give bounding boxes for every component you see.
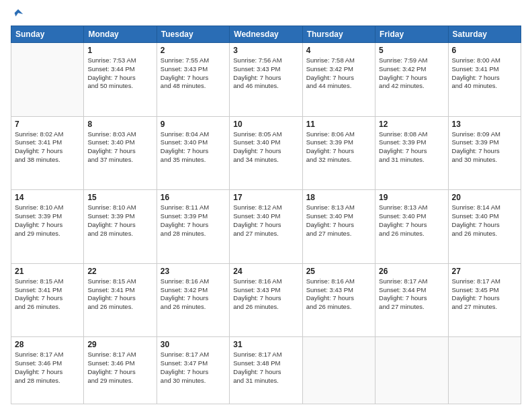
page: SundayMondayTuesdayWednesdayThursdayFrid…	[0, 0, 532, 411]
day-number: 28	[15, 340, 80, 349]
day-number: 23	[161, 267, 226, 276]
cell-content: Sunrise: 8:10 AMSunset: 3:39 PMDaylight:…	[87, 203, 152, 238]
cell-content: Sunrise: 8:06 AMSunset: 3:39 PMDaylight:…	[306, 130, 371, 165]
calendar-cell: 30Sunrise: 8:17 AMSunset: 3:47 PMDayligh…	[157, 337, 229, 404]
cell-content: Sunrise: 8:03 AMSunset: 3:40 PMDaylight:…	[87, 130, 152, 165]
calendar-header-thursday: Thursday	[302, 26, 375, 43]
cell-content: Sunrise: 8:04 AMSunset: 3:40 PMDaylight:…	[161, 130, 226, 165]
day-number: 25	[306, 267, 371, 276]
cell-content: Sunrise: 8:16 AMSunset: 3:43 PMDaylight:…	[233, 277, 298, 312]
day-number: 14	[15, 193, 80, 202]
day-number: 30	[161, 340, 226, 349]
calendar-cell: 20Sunrise: 8:14 AMSunset: 3:40 PMDayligh…	[448, 190, 521, 264]
day-number: 15	[87, 193, 152, 202]
calendar-week-row: 7Sunrise: 8:02 AMSunset: 3:41 PMDaylight…	[11, 116, 521, 190]
day-number: 4	[306, 46, 371, 55]
cell-content: Sunrise: 8:17 AMSunset: 3:46 PMDaylight:…	[15, 351, 80, 385]
calendar-cell: 19Sunrise: 8:13 AMSunset: 3:40 PMDayligh…	[375, 190, 448, 264]
calendar-table: SundayMondayTuesdayWednesdayThursdayFrid…	[11, 26, 521, 404]
day-number: 11	[306, 120, 371, 129]
calendar-header-wednesday: Wednesday	[230, 26, 302, 43]
day-number: 29	[87, 340, 152, 349]
day-number: 9	[161, 120, 226, 129]
day-number: 26	[379, 267, 444, 276]
day-number: 17	[233, 193, 298, 202]
cell-content: Sunrise: 8:08 AMSunset: 3:39 PMDaylight:…	[379, 130, 444, 165]
cell-content: Sunrise: 7:53 AMSunset: 3:44 PMDaylight:…	[87, 56, 152, 91]
cell-content: Sunrise: 7:58 AMSunset: 3:42 PMDaylight:…	[306, 56, 371, 91]
cell-content: Sunrise: 8:13 AMSunset: 3:40 PMDaylight:…	[306, 203, 371, 238]
day-number: 19	[379, 193, 444, 202]
cell-content: Sunrise: 8:17 AMSunset: 3:45 PMDaylight:…	[452, 277, 517, 312]
calendar-cell	[375, 337, 448, 404]
calendar-cell: 29Sunrise: 8:17 AMSunset: 3:46 PMDayligh…	[84, 337, 157, 404]
calendar-cell: 8Sunrise: 8:03 AMSunset: 3:40 PMDaylight…	[84, 116, 157, 190]
calendar-cell: 1Sunrise: 7:53 AMSunset: 3:44 PMDaylight…	[84, 43, 157, 117]
day-number: 2	[161, 46, 226, 55]
cell-content: Sunrise: 8:15 AMSunset: 3:41 PMDaylight:…	[87, 277, 152, 312]
svg-marker-0	[15, 9, 24, 17]
calendar-cell: 28Sunrise: 8:17 AMSunset: 3:46 PMDayligh…	[11, 337, 84, 404]
calendar-cell: 4Sunrise: 7:58 AMSunset: 3:42 PMDaylight…	[302, 43, 375, 117]
logo	[11, 8, 24, 20]
calendar-cell: 24Sunrise: 8:16 AMSunset: 3:43 PMDayligh…	[230, 263, 302, 337]
calendar-cell: 7Sunrise: 8:02 AMSunset: 3:41 PMDaylight…	[11, 116, 84, 190]
logo-bird-icon	[12, 8, 24, 20]
cell-content: Sunrise: 7:59 AMSunset: 3:42 PMDaylight:…	[379, 56, 444, 91]
cell-content: Sunrise: 8:17 AMSunset: 3:46 PMDaylight:…	[87, 351, 152, 385]
day-number: 12	[379, 120, 444, 129]
calendar-header-row: SundayMondayTuesdayWednesdayThursdayFrid…	[11, 26, 521, 43]
day-number: 24	[233, 267, 298, 276]
cell-content: Sunrise: 7:56 AMSunset: 3:43 PMDaylight:…	[233, 56, 298, 91]
day-number: 10	[233, 120, 298, 129]
calendar-header-tuesday: Tuesday	[157, 26, 229, 43]
calendar-week-row: 1Sunrise: 7:53 AMSunset: 3:44 PMDaylight…	[11, 43, 521, 117]
day-number: 22	[87, 267, 152, 276]
calendar-cell: 15Sunrise: 8:10 AMSunset: 3:39 PMDayligh…	[84, 190, 157, 264]
calendar-cell: 26Sunrise: 8:17 AMSunset: 3:44 PMDayligh…	[375, 263, 448, 337]
calendar-cell: 3Sunrise: 7:56 AMSunset: 3:43 PMDaylight…	[230, 43, 302, 117]
calendar-cell: 16Sunrise: 8:11 AMSunset: 3:39 PMDayligh…	[157, 190, 229, 264]
calendar-header-saturday: Saturday	[448, 26, 521, 43]
calendar-cell: 6Sunrise: 8:00 AMSunset: 3:41 PMDaylight…	[448, 43, 521, 117]
cell-content: Sunrise: 8:11 AMSunset: 3:39 PMDaylight:…	[161, 203, 226, 238]
cell-content: Sunrise: 8:16 AMSunset: 3:43 PMDaylight:…	[306, 277, 371, 312]
cell-content: Sunrise: 8:14 AMSunset: 3:40 PMDaylight:…	[452, 203, 517, 238]
cell-content: Sunrise: 7:55 AMSunset: 3:43 PMDaylight:…	[161, 56, 226, 91]
cell-content: Sunrise: 8:02 AMSunset: 3:41 PMDaylight:…	[15, 130, 80, 165]
calendar-cell: 14Sunrise: 8:10 AMSunset: 3:39 PMDayligh…	[11, 190, 84, 264]
day-number: 6	[452, 46, 517, 55]
day-number: 7	[15, 120, 80, 129]
day-number: 8	[87, 120, 152, 129]
calendar-cell: 9Sunrise: 8:04 AMSunset: 3:40 PMDaylight…	[157, 116, 229, 190]
day-number: 5	[379, 46, 444, 55]
calendar-cell: 5Sunrise: 7:59 AMSunset: 3:42 PMDaylight…	[375, 43, 448, 117]
calendar-week-row: 21Sunrise: 8:15 AMSunset: 3:41 PMDayligh…	[11, 263, 521, 337]
cell-content: Sunrise: 8:00 AMSunset: 3:41 PMDaylight:…	[452, 56, 517, 91]
calendar-cell: 27Sunrise: 8:17 AMSunset: 3:45 PMDayligh…	[448, 263, 521, 337]
calendar-cell: 22Sunrise: 8:15 AMSunset: 3:41 PMDayligh…	[84, 263, 157, 337]
cell-content: Sunrise: 8:17 AMSunset: 3:48 PMDaylight:…	[233, 351, 298, 385]
logo-text	[11, 8, 24, 20]
cell-content: Sunrise: 8:10 AMSunset: 3:39 PMDaylight:…	[15, 203, 80, 238]
calendar-cell: 12Sunrise: 8:08 AMSunset: 3:39 PMDayligh…	[375, 116, 448, 190]
cell-content: Sunrise: 8:16 AMSunset: 3:42 PMDaylight:…	[161, 277, 226, 312]
calendar-cell: 25Sunrise: 8:16 AMSunset: 3:43 PMDayligh…	[302, 263, 375, 337]
cell-content: Sunrise: 8:12 AMSunset: 3:40 PMDaylight:…	[233, 203, 298, 238]
calendar-cell: 17Sunrise: 8:12 AMSunset: 3:40 PMDayligh…	[230, 190, 302, 264]
calendar-cell: 10Sunrise: 8:05 AMSunset: 3:40 PMDayligh…	[230, 116, 302, 190]
header	[11, 8, 521, 20]
cell-content: Sunrise: 8:17 AMSunset: 3:47 PMDaylight:…	[161, 351, 226, 385]
day-number: 21	[15, 267, 80, 276]
calendar-cell	[11, 43, 84, 117]
calendar-header-monday: Monday	[84, 26, 157, 43]
calendar-cell: 31Sunrise: 8:17 AMSunset: 3:48 PMDayligh…	[230, 337, 302, 404]
day-number: 1	[87, 46, 152, 55]
calendar-week-row: 14Sunrise: 8:10 AMSunset: 3:39 PMDayligh…	[11, 190, 521, 264]
calendar-header-sunday: Sunday	[11, 26, 84, 43]
cell-content: Sunrise: 8:13 AMSunset: 3:40 PMDaylight:…	[379, 203, 444, 238]
cell-content: Sunrise: 8:09 AMSunset: 3:39 PMDaylight:…	[452, 130, 517, 165]
cell-content: Sunrise: 8:05 AMSunset: 3:40 PMDaylight:…	[233, 130, 298, 165]
day-number: 20	[452, 193, 517, 202]
calendar-cell: 11Sunrise: 8:06 AMSunset: 3:39 PMDayligh…	[302, 116, 375, 190]
